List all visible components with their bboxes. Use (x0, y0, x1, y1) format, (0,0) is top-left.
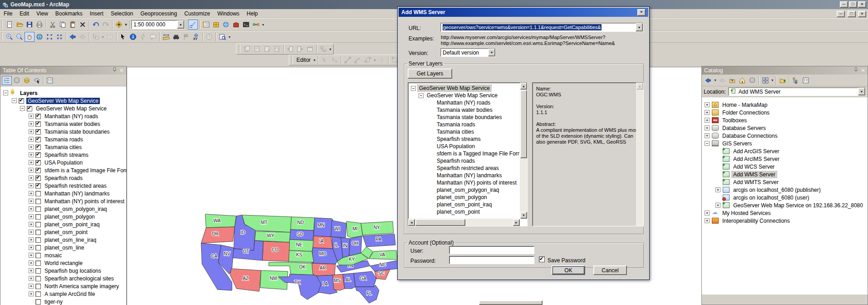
user-input[interactable] (449, 246, 534, 254)
url-combo[interactable]: geoserver/ows?service=wms&version=1.1.1&… (440, 23, 643, 32)
page-previous-icon[interactable] (285, 44, 295, 54)
tree-expander-icon[interactable] (29, 253, 34, 258)
dialog-tree-row[interactable]: Tasmania state boundaries (409, 114, 519, 121)
tree-expander-icon[interactable] (29, 276, 34, 281)
layer-visibility-checkbox[interactable] (35, 175, 41, 181)
catalog-item-label[interactable]: Interoperability Connections (721, 218, 791, 224)
minimize-button[interactable]: ─ (840, 1, 848, 8)
tree-expander-icon[interactable] (29, 183, 34, 188)
layer-label[interactable]: Spearfish roads (43, 175, 84, 181)
tree-expander-icon[interactable] (715, 203, 720, 208)
map-scale-value[interactable]: 1:50 000 000 (132, 20, 177, 29)
url-dropdown-icon[interactable]: ▼ (636, 23, 643, 31)
layer-visibility-checkbox[interactable] (35, 129, 41, 135)
layer-label[interactable]: tiger-ny (43, 299, 64, 305)
layer-visibility-checkbox[interactable] (35, 114, 41, 119)
toc-tree-row[interactable]: North America sample imagery (0, 282, 126, 290)
find-route-icon[interactable] (181, 32, 191, 42)
layer-visibility-checkbox[interactable] (19, 98, 24, 104)
catalog-tree-row[interactable]: arcgis on localhost_6080 (user) (702, 194, 868, 201)
search-window-icon[interactable] (221, 20, 231, 30)
fixed-zoom-out-icon[interactable] (54, 32, 64, 42)
doc-restore-button[interactable]: □ (848, 11, 856, 17)
layer-label[interactable]: Tasmania water bodies (43, 121, 102, 127)
scroll-left-icon[interactable]: ◄ (408, 219, 415, 226)
dialog-tree-row[interactable]: planet_osm_polygon_iraq (409, 186, 519, 194)
go-back-extent-icon[interactable] (68, 32, 78, 42)
toolbar-grip[interactable] (1, 33, 3, 41)
tree-expander-icon[interactable] (29, 222, 34, 227)
forward-icon[interactable] (717, 76, 727, 85)
menu-item[interactable]: View (33, 10, 52, 18)
tree-expander-icon[interactable] (29, 214, 34, 219)
layer-label[interactable]: mosaic (43, 252, 63, 259)
dialog-layer-label[interactable]: Manhattan (NY) points of interest (435, 180, 518, 186)
menu-item[interactable]: File (0, 10, 16, 18)
tree-expander-icon[interactable] (29, 160, 34, 165)
zoom-out-icon[interactable] (15, 32, 25, 42)
dialog-tree-row[interactable]: GeoServer Web Map Service (409, 85, 519, 92)
add-data-icon[interactable] (114, 20, 124, 30)
tree-expander-icon[interactable] (3, 90, 8, 95)
toc-options-icon[interactable] (45, 76, 55, 85)
catalog-window-icon[interactable] (211, 20, 221, 30)
tree-expander-icon[interactable] (29, 175, 34, 180)
doc-minimize-button[interactable]: ─ (837, 11, 845, 17)
dialog-tree-row[interactable]: planet_osm_polygon (409, 194, 519, 201)
dialog-layer-label[interactable]: planet_osm_point (435, 209, 481, 215)
toc-tree-row[interactable]: A sample ArcGrid file (0, 290, 126, 298)
tree-expander-icon[interactable] (29, 121, 34, 126)
dialog-tree-row[interactable]: Tasmania water bodies (409, 106, 519, 114)
tree-expander-icon[interactable] (705, 102, 710, 107)
dialog-tree-row[interactable]: Tasmania cities (409, 128, 519, 135)
layer-visibility-checkbox[interactable] (35, 237, 41, 243)
tree-expander-icon[interactable] (29, 237, 34, 242)
get-layers-button[interactable]: Get Layers (408, 69, 452, 79)
layer-label[interactable]: Manhattan (NY) roads (43, 113, 99, 120)
catalog-tree-row[interactable]: Database Servers (702, 124, 868, 132)
pin-icon[interactable] (112, 67, 117, 74)
layer-visibility-checkbox[interactable] (35, 168, 41, 173)
paste-icon[interactable] (68, 20, 78, 30)
toc-tree-row[interactable]: GeoServer Web Map Service (0, 97, 126, 105)
catalog-tree-row[interactable]: Add WMS Server (702, 170, 868, 178)
toc-tree-row[interactable]: mosaic (0, 251, 126, 259)
layer-visibility-checkbox[interactable] (35, 291, 41, 297)
toc-tree-row[interactable]: tiger-ny (0, 298, 126, 305)
edit-annotation-tool-icon[interactable]: A (330, 55, 340, 65)
tree-expander-icon[interactable] (29, 291, 34, 296)
layer-visibility-checkbox[interactable] (35, 199, 41, 204)
copy-icon[interactable] (58, 20, 68, 30)
zoom-in-icon[interactable] (5, 32, 15, 42)
layer-visibility-checkbox[interactable] (35, 245, 41, 250)
catalog-item-label[interactable]: Add ArcIMS Server (732, 156, 781, 162)
layer-label[interactable]: planet_osm_polygon (43, 214, 96, 220)
layer-label[interactable]: Layers (19, 90, 39, 96)
toc-tree-row[interactable]: Spearfish roads (0, 174, 126, 182)
tree-expander-icon[interactable] (20, 106, 25, 111)
catalog-item-label[interactable]: Add ArcGIS Server (732, 148, 780, 155)
page-refresh-icon[interactable] (272, 44, 282, 54)
catalog-item-label[interactable]: Folder Connections (721, 110, 771, 116)
version-value[interactable]: Default version (441, 49, 488, 56)
catalog-tree-row[interactable]: Add ArcIMS Server (702, 155, 868, 163)
catalog-options-icon[interactable] (801, 76, 811, 85)
go-to-xy-icon[interactable]: XY (191, 32, 201, 42)
tree-expander-icon[interactable] (29, 145, 34, 150)
tree-expander-icon[interactable] (705, 133, 710, 138)
dialog-tree-row[interactable]: GeoServer Web Map Service (409, 92, 519, 99)
identify-icon[interactable] (128, 32, 138, 42)
default-geodatabase-icon[interactable] (747, 76, 757, 85)
clear-selection-icon[interactable] (105, 32, 115, 42)
layer-visibility-checkbox[interactable] (35, 121, 41, 127)
toc-tree-row[interactable]: Spearfish bug locations (0, 267, 126, 275)
tree-expander-icon[interactable] (29, 260, 34, 265)
page-text-icon[interactable] (252, 44, 262, 54)
toc-tree-row[interactable]: Layers (0, 89, 126, 97)
tree-expander-icon[interactable] (29, 284, 34, 289)
toc-tree-row[interactable]: sfdem is a Tagged Image File Format (0, 166, 126, 174)
layer-visibility-checkbox[interactable] (35, 152, 41, 158)
model-builder-icon[interactable] (251, 20, 261, 30)
catalog-tree-row[interactable]: Home - MarkaMap (702, 101, 868, 109)
tree-expander-icon[interactable] (29, 152, 34, 157)
